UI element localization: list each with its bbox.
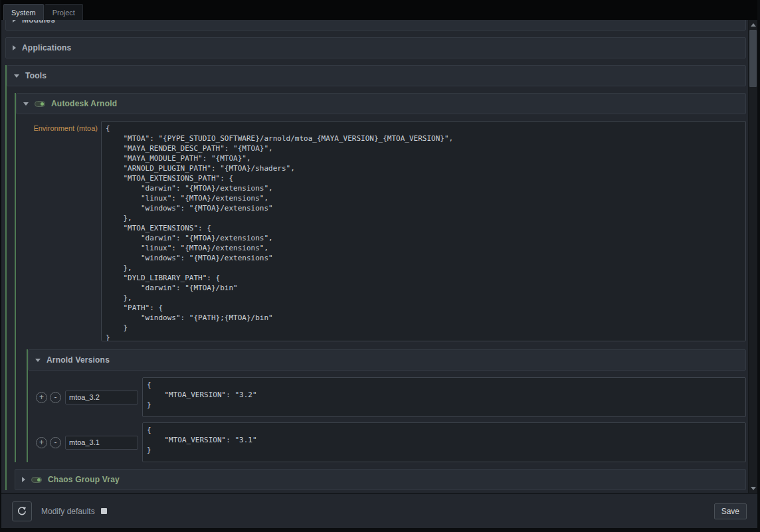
arnold-title-label: Autodesk Arnold: [51, 99, 117, 108]
section-tools-group: Tools Autodesk Arnold: [5, 65, 746, 490]
section-header-modules[interactable]: Modules: [5, 20, 746, 31]
section-header-vray[interactable]: Chaos Group Vray: [15, 469, 746, 490]
section-modules-label: Modules: [22, 20, 55, 25]
settings-window: System Project Modules Applications: [0, 0, 760, 532]
vertical-scrollbar[interactable]: [748, 20, 757, 493]
tab-project-label: Project: [52, 9, 75, 17]
caret-right-icon: [22, 477, 25, 482]
tab-system[interactable]: System: [3, 4, 44, 20]
version-row: + - { "MTOA_VERSION": "3.2" }: [36, 377, 746, 417]
scroll-down-button[interactable]: [749, 484, 757, 493]
arnold-group: Autodesk Arnold Environment (mtoa) { "MT…: [15, 93, 746, 462]
vray-title-label: Chaos Group Vray: [48, 475, 120, 484]
arnold-versions-body: + - { "MTOA_VERSION": "3.2" } +: [28, 377, 746, 462]
section-applications-label: Applications: [22, 43, 71, 52]
settings-main: Modules Applications Tools: [1, 20, 757, 493]
caret-right-icon: [13, 20, 16, 23]
version-name-input[interactable]: [65, 391, 138, 404]
environment-row: Environment (mtoa) { "MTOA": "{PYPE_STUD…: [18, 121, 746, 341]
add-version-button[interactable]: +: [36, 437, 47, 448]
section-header-applications[interactable]: Applications: [5, 37, 746, 58]
version-name-input[interactable]: [65, 436, 138, 450]
remove-version-button[interactable]: -: [50, 392, 61, 403]
modify-defaults-checkbox[interactable]: [101, 508, 107, 514]
section-header-tools[interactable]: Tools: [7, 65, 746, 86]
scrollbar-thumb[interactable]: [749, 30, 757, 87]
arnold-enabled-toggle-icon[interactable]: [35, 101, 45, 107]
caret-down-icon: [23, 102, 29, 106]
arnold-versions-title-label: Arnold Versions: [47, 355, 110, 365]
modify-defaults-label: Modify defaults: [41, 507, 95, 516]
caret-down-icon: [35, 359, 41, 362]
section-header-arnold[interactable]: Autodesk Arnold: [16, 93, 746, 114]
scroll-up-button[interactable]: [749, 20, 757, 29]
main-tab-bar: System Project: [1, 0, 757, 20]
caret-down-icon: [14, 74, 19, 78]
vray-group: Chaos Group Vray: [15, 469, 746, 490]
refresh-icon: [17, 506, 27, 517]
section-header-arnold-versions[interactable]: Arnold Versions: [28, 349, 746, 371]
environment-mtoa-editor[interactable]: { "MTOA": "{PYPE_STUDIO_SOFTWARE}/arnold…: [101, 121, 746, 341]
arnold-body: Environment (mtoa) { "MTOA": "{PYPE_STUD…: [16, 121, 746, 462]
settings-scroll-area: Modules Applications Tools: [1, 20, 748, 493]
tools-body: Autodesk Arnold Environment (mtoa) { "MT…: [7, 93, 746, 490]
tab-system-label: System: [11, 9, 36, 17]
tab-project[interactable]: Project: [45, 4, 83, 20]
modify-defaults-wrap: Modify defaults: [41, 507, 107, 516]
arnold-versions-group: Arnold Versions + - { "MT: [27, 349, 746, 462]
section-tools-label: Tools: [25, 71, 47, 80]
footer-bar: Modify defaults Save: [1, 493, 757, 528]
version-json-editor[interactable]: { "MTOA_VERSION": "3.1" }: [142, 422, 746, 462]
version-row: + - { "MTOA_VERSION": "3.1" }: [36, 422, 746, 462]
refresh-button[interactable]: [12, 501, 32, 521]
settings-content: Modules Applications Tools: [5, 20, 746, 490]
environment-mtoa-label: Environment (mtoa): [18, 121, 98, 341]
add-version-button[interactable]: +: [36, 392, 47, 403]
caret-right-icon: [13, 45, 16, 50]
remove-version-button[interactable]: -: [50, 437, 61, 448]
scroll-up-icon: [751, 23, 756, 27]
scroll-down-icon: [751, 487, 756, 490]
vray-enabled-toggle-icon[interactable]: [31, 477, 42, 483]
version-json-editor[interactable]: { "MTOA_VERSION": "3.2" }: [142, 377, 746, 417]
save-button[interactable]: Save: [714, 503, 747, 519]
